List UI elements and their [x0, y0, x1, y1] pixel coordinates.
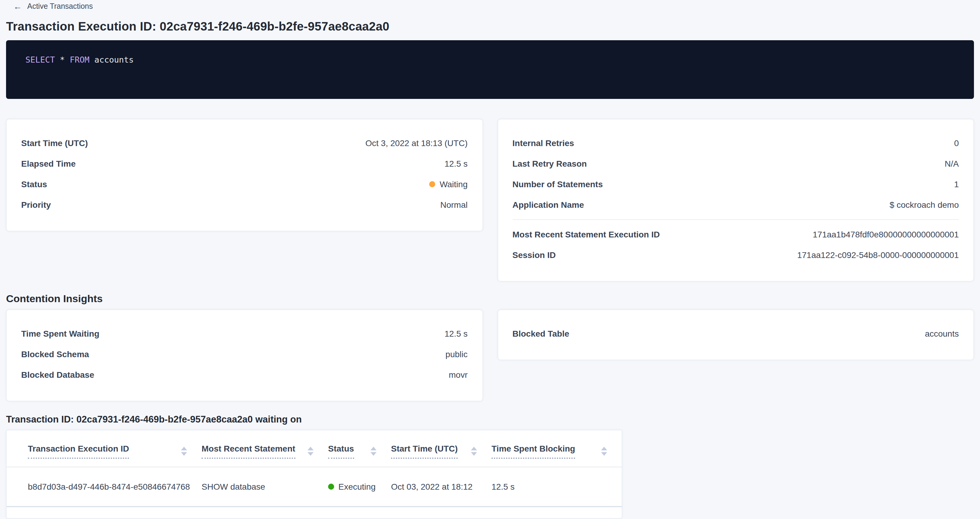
summary-label: Blocked Database: [21, 369, 94, 381]
column-header-start-time[interactable]: Start Time (UTC): [391, 430, 492, 467]
summary-row-priority: Priority Normal: [21, 194, 468, 215]
summary-label: Blocked Schema: [21, 348, 89, 360]
summary-row-application-name: Application Name $ cockroach demo: [512, 194, 959, 215]
summary-row-session-id: Session ID 171aa122-c092-54b8-0000-00000…: [512, 245, 959, 265]
status-badge: Waiting: [430, 178, 468, 190]
sql-star: *: [60, 55, 65, 64]
transaction-details-page: ← Active Transactions Transaction Execut…: [0, 2, 980, 519]
executing-status-dot-icon: [328, 484, 334, 490]
status-text: Waiting: [440, 178, 468, 190]
cell-time-spent-blocking: 12.5 s: [492, 467, 622, 506]
waiting-status-dot-icon: [430, 181, 436, 187]
sort-icon[interactable]: [471, 446, 477, 456]
summary-value: Oct 3, 2022 at 18:13 (UTC): [365, 137, 468, 149]
summary-value: 1: [954, 178, 959, 190]
contention-insights-heading: Contention Insights: [6, 292, 974, 306]
summary-value: 12.5 s: [445, 327, 468, 340]
summary-value: Normal: [441, 199, 468, 211]
sql-statement: SELECT * FROM accounts: [25, 55, 134, 64]
card-divider: [512, 219, 959, 220]
cell-start-time: Oct 03, 2022 at 18:12: [391, 467, 492, 506]
cell-transaction-execution-id: b8d7d03a-d497-446b-8474-e50846674768: [7, 467, 202, 506]
waiting-on-heading: Transaction ID: 02ca7931-f246-469b-b2fe-…: [6, 413, 974, 425]
summary-value: 0: [954, 137, 959, 149]
waiting-on-table-card: Transaction Execution ID Most Recent Sta…: [6, 430, 622, 519]
summary-row-elapsed-time: Elapsed Time 12.5 s: [21, 153, 468, 174]
sort-icon[interactable]: [181, 446, 187, 456]
summary-row-last-retry-reason: Last Retry Reason N/A: [512, 153, 959, 174]
summary-value: N/A: [945, 157, 959, 170]
summary-card-right: Internal Retries 0 Last Retry Reason N/A…: [497, 119, 974, 282]
breadcrumb-label: Active Transactions: [27, 2, 93, 11]
column-header-time-spent-blocking[interactable]: Time Spent Blocking: [492, 430, 622, 467]
sort-icon[interactable]: [601, 446, 607, 456]
summary-label: Priority: [21, 199, 51, 211]
summary-label: Time Spent Waiting: [21, 327, 99, 340]
column-header-label: Status: [328, 443, 354, 459]
summary-label: Number of Statements: [512, 178, 603, 190]
column-header-label: Transaction Execution ID: [28, 443, 129, 459]
summary-label: Most Recent Statement Execution ID: [512, 229, 660, 240]
summary-value: $ cockroach demo: [889, 199, 959, 211]
contention-row-blocked-database: Blocked Database movr: [21, 365, 468, 385]
status-text: Executing: [338, 481, 375, 492]
page-title: Transaction Execution ID: 02ca7931-f246-…: [6, 20, 974, 33]
contention-card-left: Time Spent Waiting 12.5 s Blocked Schema…: [6, 309, 483, 402]
summary-label: Status: [21, 178, 47, 190]
summary-label: Last Retry Reason: [512, 157, 587, 170]
summary-value: 12.5 s: [445, 157, 468, 170]
sql-keyword-from: FROM: [70, 55, 89, 64]
cell-status: Executing: [328, 467, 391, 506]
summary-row-internal-retries: Internal Retries 0: [512, 133, 959, 153]
waiting-on-table: Transaction Execution ID Most Recent Sta…: [7, 430, 622, 507]
summary-label: Internal Retries: [512, 137, 574, 149]
summary-row-statement-execution-id: Most Recent Statement Execution ID 171aa…: [512, 224, 959, 245]
summary-label: Application Name: [512, 199, 584, 211]
contention-row-blocked-schema: Blocked Schema public: [21, 344, 468, 365]
sql-table-name: accounts: [94, 55, 134, 64]
back-arrow-icon: ←: [13, 2, 22, 11]
summary-label: Start Time (UTC): [21, 137, 88, 149]
contention-row-blocked-table: Blocked Table accounts: [512, 323, 959, 344]
summary-value: movr: [449, 369, 468, 381]
column-header-transaction-execution-id[interactable]: Transaction Execution ID: [7, 430, 202, 467]
column-header-status[interactable]: Status: [328, 430, 391, 467]
sql-statement-box: SELECT * FROM accounts: [6, 40, 974, 99]
column-header-label: Start Time (UTC): [391, 443, 458, 459]
summary-row-start-time: Start Time (UTC) Oct 3, 2022 at 18:13 (U…: [21, 133, 468, 153]
sort-icon[interactable]: [307, 446, 313, 456]
cell-most-recent-statement: SHOW database: [202, 467, 328, 506]
contention-card-right: Blocked Table accounts: [497, 309, 974, 360]
sql-keyword-select: SELECT: [25, 55, 55, 64]
summary-row-status: Status Waiting: [21, 174, 468, 194]
column-header-label: Most Recent Statement: [202, 443, 295, 459]
column-header-most-recent-statement[interactable]: Most Recent Statement: [202, 430, 328, 467]
column-header-label: Time Spent Blocking: [492, 443, 575, 459]
summary-label: Session ID: [512, 249, 556, 261]
summary-card-left: Start Time (UTC) Oct 3, 2022 at 18:13 (U…: [6, 119, 483, 232]
contention-row-time-spent-waiting: Time Spent Waiting 12.5 s: [21, 323, 468, 344]
sort-icon[interactable]: [371, 446, 377, 456]
summary-label: Blocked Table: [512, 327, 569, 340]
back-link-active-transactions[interactable]: ← Active Transactions: [13, 2, 93, 11]
statement-execution-id-link[interactable]: 171aa1b478fdf0e80000000000000001: [813, 229, 959, 240]
summary-label: Elapsed Time: [21, 157, 76, 170]
table-header-row: Transaction Execution ID Most Recent Sta…: [7, 430, 622, 467]
session-id-link[interactable]: 171aa122-c092-54b8-0000-000000000001: [797, 249, 959, 261]
summary-value: public: [445, 348, 468, 360]
summary-value: accounts: [925, 327, 959, 340]
summary-row-number-of-statements: Number of Statements 1: [512, 174, 959, 194]
table-row: b8d7d03a-d497-446b-8474-e50846674768 SHO…: [7, 467, 622, 506]
